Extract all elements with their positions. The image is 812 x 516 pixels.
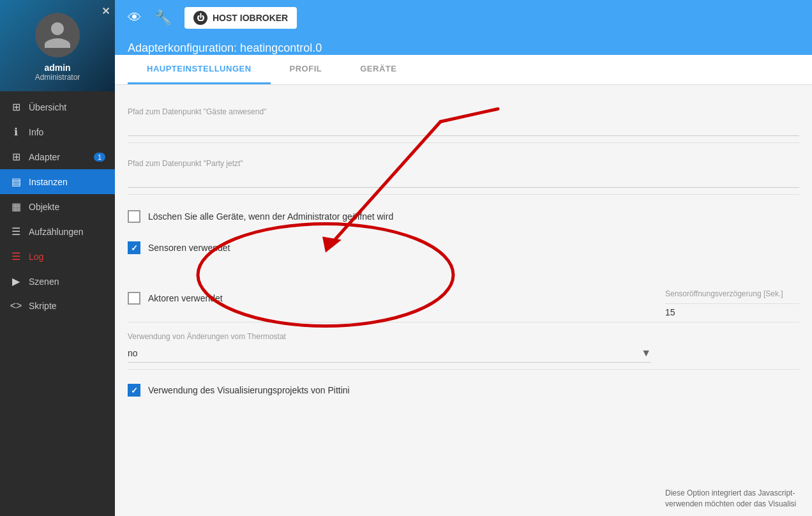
- sensor-delay-label: Sensoröffnungsverzögerung [Sek.]: [665, 289, 799, 298]
- user-role: Administrator: [35, 73, 80, 82]
- form-content: Pfad zum Datenpunkt "Gäste anwesend" Pfa…: [115, 85, 812, 516]
- sidebar-item-info[interactable]: ℹ Info: [0, 119, 115, 144]
- sidebar-item-label: Aufzählungen: [29, 227, 84, 237]
- sidebar-item-instanzen[interactable]: ▤ Instanzen: [0, 169, 115, 194]
- field-party-input[interactable]: [128, 171, 799, 188]
- sidebar-item-szenen[interactable]: ▶ Szenen: [0, 269, 115, 294]
- checkbox-sensoren-row: Sensoren verwendet: [128, 234, 799, 262]
- checkbox-delete-devices-label: Löschen Sie alle Geräte, wenn der Admini…: [148, 211, 393, 222]
- visibility-icon[interactable]: 👁: [128, 10, 142, 26]
- checkbox-delete-devices-row: Löschen Sie alle Geräte, wenn der Admini…: [128, 202, 799, 231]
- field-party-label: Pfad zum Datenpunkt "Party jetzt": [128, 159, 799, 168]
- field-gaste-label: Pfad zum Datenpunkt "Gäste anwesend": [128, 107, 799, 116]
- avatar: [35, 13, 80, 57]
- sidebar-item-label: Objekte: [29, 202, 59, 212]
- close-icon[interactable]: ✕: [102, 5, 110, 17]
- checkbox-pittini-row: Verwendung des Visualisierungsprojekts v…: [128, 376, 799, 404]
- sidebar-item-label: Skripte: [29, 301, 57, 311]
- sidebar-item-label: Log: [29, 252, 43, 262]
- nav-items: ⊞ Übersicht ℹ Info ⊞ Adapter 1 ▤ Instanz…: [0, 91, 115, 516]
- host-button-label: HOST IOBROKER: [213, 13, 288, 23]
- objects-icon: ▦: [10, 201, 22, 213]
- scenes-icon: ▶: [10, 275, 22, 287]
- tab-profil[interactable]: PROFIL: [271, 55, 342, 84]
- checkbox-aktoren-label: Aktoren verwendet: [148, 293, 223, 303]
- checkbox-sensoren-label: Sensoren verwendet: [148, 243, 230, 253]
- host-button[interactable]: ⏻ HOST IOBROKER: [184, 7, 297, 29]
- sidebar-header: ✕ admin Administrator: [0, 0, 115, 91]
- tab-haupteinstellungen[interactable]: HAUPTEINSTELLUNGEN: [128, 55, 271, 84]
- topbar: 👁 🔧 ⏻ HOST IOBROKER: [115, 0, 812, 35]
- checkbox-aktoren[interactable]: [128, 292, 140, 305]
- instances-icon: ▤: [10, 176, 22, 188]
- sidebar-item-aufzahlungen[interactable]: ☰ Aufzählungen: [0, 219, 115, 244]
- main-content: 👁 🔧 ⏻ HOST IOBROKER Adapterkonfiguration…: [115, 0, 812, 516]
- host-logo-icon: ⏻: [193, 11, 207, 25]
- page-title: Adapterkonfiguration: heatingcontrol.0: [128, 42, 322, 54]
- sidebar-item-log[interactable]: ☰ Log: [0, 244, 115, 269]
- code-icon: <>: [10, 300, 22, 312]
- info-icon: ℹ: [10, 126, 22, 138]
- log-icon: ☰: [10, 250, 22, 262]
- page-header: Adapterkonfiguration: heatingcontrol.0: [115, 35, 812, 55]
- select-arrow-icon: ▼: [641, 347, 651, 359]
- user-name: admin: [44, 63, 70, 73]
- checkbox-pittini-label: Verwendung des Visualisierungsprojekts v…: [148, 385, 350, 395]
- select-thermostat-field[interactable]: no ▼: [128, 344, 651, 363]
- tabs-bar: HAUPTEINSTELLUNGEN PROFIL GERÄTE: [115, 55, 812, 85]
- select-thermostat-section: Verwendung von Änderungen vom Thermostat…: [128, 332, 651, 363]
- sidebar-item-ubersicht[interactable]: ⊞ Übersicht: [0, 95, 115, 119]
- settings-icon[interactable]: 🔧: [154, 10, 172, 26]
- extension-icon: ⊞: [10, 151, 22, 163]
- right-sensor-panel: Sensoröffnungsverzögerung [Sek.] 15: [665, 289, 799, 317]
- sidebar: ✕ admin Administrator ⊞ Übersicht ℹ Info…: [0, 0, 115, 516]
- sidebar-item-label: Szenen: [29, 277, 59, 287]
- sidebar-item-label: Übersicht: [29, 102, 66, 112]
- adapter-badge: 1: [94, 153, 105, 162]
- bottom-note: Diese Option integriert das Javascript-v…: [665, 488, 799, 510]
- checkbox-pittini[interactable]: [128, 384, 140, 397]
- field-gaste-input[interactable]: [128, 119, 799, 136]
- grid-icon: ⊞: [10, 101, 22, 113]
- sidebar-item-adapter[interactable]: ⊞ Adapter 1: [0, 144, 115, 169]
- checkbox-sensoren[interactable]: [128, 241, 140, 254]
- tab-gerate[interactable]: GERÄTE: [341, 55, 416, 84]
- field-gaste: Pfad zum Datenpunkt "Gäste anwesend": [128, 98, 799, 139]
- sidebar-item-label: Info: [29, 127, 43, 137]
- sidebar-item-label: Instanzen: [29, 177, 68, 187]
- field-party: Pfad zum Datenpunkt "Party jetzt": [128, 149, 799, 191]
- list-icon: ☰: [10, 225, 22, 238]
- sidebar-item-label: Adapter: [29, 152, 60, 162]
- sidebar-item-skripte[interactable]: <> Skripte: [0, 294, 115, 318]
- checkbox-delete-devices[interactable]: [128, 210, 140, 223]
- select-thermostat-value: no: [128, 348, 641, 358]
- sidebar-item-objekte[interactable]: ▦ Objekte: [0, 194, 115, 219]
- select-thermostat-label: Verwendung von Änderungen vom Thermostat: [128, 332, 651, 341]
- sensor-delay-value: 15: [665, 307, 799, 317]
